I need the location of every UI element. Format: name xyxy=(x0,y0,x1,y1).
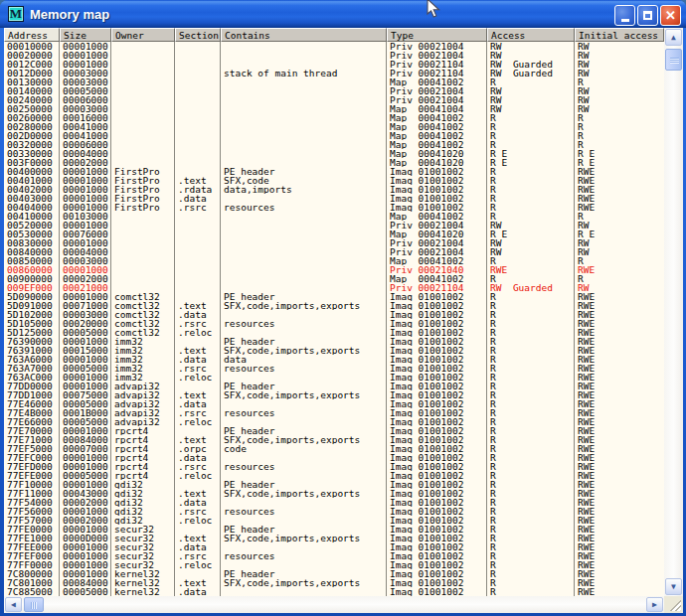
table-row[interactable]: 77FEE00000001000secur32.dataImag 0100100… xyxy=(4,542,664,551)
cell-contains xyxy=(221,158,387,167)
table-row[interactable]: 0026000000016000Map 00041002RR xyxy=(4,113,664,122)
table-row[interactable]: 7639100000015000imm32.textSFX,code,impor… xyxy=(4,346,664,355)
column-header-type[interactable]: Type xyxy=(387,28,487,42)
resize-grip[interactable] xyxy=(664,596,683,613)
cell-type: Imag 01001002 xyxy=(387,292,487,301)
cell-section xyxy=(175,256,221,265)
table-row[interactable]: 0040300000001000FirstPro.dataImag 010010… xyxy=(4,194,664,203)
titlebar[interactable]: M Memory map ✕ xyxy=(0,0,686,28)
column-header-owner[interactable]: Owner xyxy=(111,28,175,42)
table-row[interactable]: 5D09100000071000comctl32.textSFX,code,im… xyxy=(4,301,664,310)
table-row[interactable]: 7639000000001000imm32PE headerImag 01001… xyxy=(4,337,664,346)
table-row[interactable]: 5D10500000020000comctl32.rsrcresourcesIm… xyxy=(4,319,664,328)
table-row[interactable]: 0053000000076000Map 00041020R ER E xyxy=(4,230,664,238)
table-row[interactable]: 0083000000001000Priv 00021004RWRW xyxy=(4,238,664,247)
table-row[interactable]: 009EF00000021000Priv 00021104RW GuardedR… xyxy=(4,283,664,292)
cell-initial: RWE xyxy=(575,399,664,408)
table-row[interactable]: 77FE000000001000secur32PE headerImag 010… xyxy=(4,525,664,534)
table-row[interactable]: 0040000000001000FirstProPE headerImag 01… xyxy=(4,167,664,176)
table-row[interactable]: 0025000000003000Map 00041004RWRW xyxy=(4,104,664,113)
cell-contains xyxy=(221,274,387,283)
table-row[interactable]: 77FE10000000D000secur32.textSFX,code,imp… xyxy=(4,534,664,542)
table-row[interactable]: 7C80100000084000kernel32.textSFX,code,im… xyxy=(4,578,664,587)
table-row[interactable]: 763A600000001000imm32.datadataImag 01001… xyxy=(4,355,664,364)
horizontal-scroll-thumb[interactable] xyxy=(24,597,44,612)
cell-section xyxy=(175,274,221,283)
vertical-scrollbar[interactable]: ▲ ▼ xyxy=(664,28,683,596)
table-row[interactable]: 002D000000041000Map 00041002RR xyxy=(4,131,664,140)
table-row[interactable]: 0012D00000003000stack of main threadPriv… xyxy=(4,69,664,77)
table-row[interactable]: 0001000000001000Priv 00021004RWRW xyxy=(4,42,664,51)
table-row[interactable]: 0032000000006000Map 00041002RR xyxy=(4,140,664,149)
column-header-contains[interactable]: Contains xyxy=(221,28,387,42)
table-row[interactable]: 77E4B0000001B000advapi32.rsrcresourcesIm… xyxy=(4,408,664,417)
table-row[interactable]: 5D09000000001000comctl32PE headerImag 01… xyxy=(4,292,664,301)
column-header-size[interactable]: Size xyxy=(60,28,111,42)
cell-size: 00001000 xyxy=(60,337,111,346)
table-row[interactable]: 0040200000001000FirstPro.rdatadata,impor… xyxy=(4,185,664,194)
table-row[interactable]: 0033000000004000Map 00041020R ER E xyxy=(4,149,664,158)
scroll-down-button[interactable]: ▼ xyxy=(665,578,682,595)
table-row[interactable]: 0024000000006000Priv 00021004RWRW xyxy=(4,95,664,104)
minimize-button[interactable] xyxy=(614,5,635,26)
table-row[interactable]: 77DD000000001000advapi32PE headerImag 01… xyxy=(4,382,664,390)
table-row[interactable]: 0086000000001000Priv 00021040RWERWE xyxy=(4,265,664,274)
table-row[interactable]: 77F5700000002000gdi32.relocImag 01001002… xyxy=(4,516,664,525)
table-row[interactable]: 77E7100000084000rpcrt4.textSFX,code,impo… xyxy=(4,435,664,444)
table-row[interactable]: 77F1100000043000gdi32.textSFX,code,impor… xyxy=(4,489,664,498)
table-row[interactable]: 5D12500000005000comctl32.relocImag 01001… xyxy=(4,328,664,337)
table-row[interactable]: 0040400000001000FirstPro.rsrcresourcesIm… xyxy=(4,203,664,212)
table-row[interactable]: 0012C00000001000Priv 00021104RW GuardedR… xyxy=(4,60,664,69)
cell-initial: R E xyxy=(575,230,664,238)
table-row[interactable]: 77EFD00000001000rpcrt4.rsrcresourcesImag… xyxy=(4,462,664,471)
table-row[interactable]: 0013000000003000Map 00041002RR xyxy=(4,77,664,86)
cell-section: .data xyxy=(175,587,221,596)
table-row[interactable]: 763AC00000001000imm32.relocImag 01001002… xyxy=(4,373,664,382)
table-row[interactable]: 77EFE00000005000rpcrt4.relocImag 0100100… xyxy=(4,471,664,480)
table-row[interactable]: 0014000000005000Priv 00021004RWRW xyxy=(4,86,664,95)
table-row[interactable]: 77F1000000001000gdi32PE headerImag 01001… xyxy=(4,480,664,489)
maximize-button[interactable] xyxy=(637,5,658,26)
close-button[interactable]: ✕ xyxy=(660,5,681,26)
table-row[interactable]: 77EF500000007000rpcrt4.orpccodeImag 0100… xyxy=(4,444,664,453)
cell-initial: RW xyxy=(575,42,664,51)
table-row[interactable]: 0040100000001000FirstPro.textSFX,codeIma… xyxy=(4,176,664,185)
table-row[interactable]: 77FEF00000001000secur32.rsrcresourcesIma… xyxy=(4,551,664,560)
cell-owner: comctl32 xyxy=(111,310,175,319)
column-header-access[interactable]: Access xyxy=(487,28,575,42)
horizontal-scrollbar[interactable]: ◀ ▶ xyxy=(4,596,664,613)
table-row[interactable]: 77E7000000001000rpcrt4PE headerImag 0100… xyxy=(4,426,664,435)
column-header-section[interactable]: Section xyxy=(175,28,221,42)
table-row[interactable]: 77E4600000005000advapi32.dataImag 010010… xyxy=(4,399,664,408)
table-row[interactable]: 77E6600000005000advapi32.relocImag 01001… xyxy=(4,417,664,426)
table-row[interactable]: 77DD100000075000advapi32.textSFX,code,im… xyxy=(4,390,664,399)
cell-contains xyxy=(221,265,387,274)
table-row[interactable]: 0041000000103000Map 00041002RR xyxy=(4,212,664,221)
table-row[interactable]: 77F5600000001000gdi32.rsrcresourcesImag … xyxy=(4,507,664,516)
table-row[interactable]: 77F5400000002000gdi32.dataImag 01001002R… xyxy=(4,498,664,507)
table-row[interactable]: 0085000000003000Map 00041002RR xyxy=(4,256,664,265)
table-row[interactable]: 7C88500000005000kernel32.dataImag 010010… xyxy=(4,587,664,596)
table-row[interactable]: 5D10200000003000comctl32.dataImag 010010… xyxy=(4,310,664,319)
cell-owner: secur32 xyxy=(111,542,175,551)
table-row[interactable]: 77FF000000001000secur32.relocImag 010010… xyxy=(4,560,664,569)
column-header-address[interactable]: Address xyxy=(4,28,60,42)
table-row[interactable]: 003F000000002000Map 00041020R ER E xyxy=(4,158,664,167)
column-header-initial[interactable]: Initial access xyxy=(575,28,664,42)
table-row[interactable]: 0002000000001000Priv 00021004RWRW xyxy=(4,51,664,60)
vertical-scroll-thumb[interactable] xyxy=(665,49,682,71)
cell-initial: RWE xyxy=(575,194,664,203)
table-row[interactable]: 0090000000002000Map 00041002RR xyxy=(4,274,664,283)
cell-access: R E xyxy=(487,149,575,158)
scroll-right-button[interactable]: ▶ xyxy=(646,597,663,612)
cell-contains: resources xyxy=(221,364,387,373)
scroll-up-button[interactable]: ▲ xyxy=(665,29,682,46)
cell-type: Priv 00021004 xyxy=(387,42,487,51)
table-row[interactable]: 0084000000004000Priv 00021004RWRW xyxy=(4,247,664,256)
table-row[interactable]: 0052000000001000Priv 00021004RWRW xyxy=(4,221,664,230)
table-row[interactable]: 77EFC00000001000rpcrt4.dataImag 01001002… xyxy=(4,453,664,462)
table-row[interactable]: 763A700000005000imm32.rsrcresourcesImag … xyxy=(4,364,664,373)
scroll-left-button[interactable]: ◀ xyxy=(5,597,22,612)
table-row[interactable]: 0028000000041000Map 00041002RR xyxy=(4,122,664,131)
table-row[interactable]: 7C80000000001000kernel32PE headerImag 01… xyxy=(4,569,664,578)
